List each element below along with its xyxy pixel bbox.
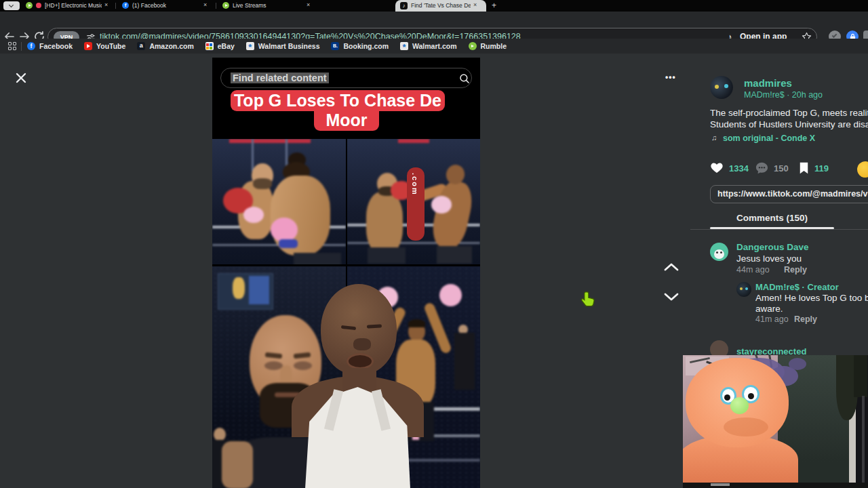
close-icon[interactable] (15, 72, 27, 84)
art-shape (366, 192, 403, 254)
facebook-favicon: f (122, 2, 129, 9)
like-button[interactable]: 1334 (711, 162, 741, 176)
art-shape (264, 361, 283, 370)
art-shape (347, 353, 374, 369)
rumble-favicon (26, 2, 33, 9)
tab-bar: [HD+] Electronic Music Exp × f (1) Faceb… (0, 0, 868, 12)
puppet-nose (730, 397, 749, 414)
bookmark-label: Rumble (481, 42, 507, 50)
tab-divider (115, 3, 116, 9)
bookmark-label: Amazon.com (149, 42, 193, 50)
comment-time: 41m ago (755, 314, 789, 324)
search-icon[interactable] (458, 73, 471, 85)
recording-dot-icon (36, 3, 41, 8)
video-description-line2: Students of Hustlers University are disa… (710, 119, 868, 129)
art-shape (279, 239, 298, 248)
commenter-avatar[interactable] (736, 282, 751, 297)
author-meta: MADm!re$ · 20h ago (744, 90, 823, 100)
art-shape (229, 139, 311, 143)
bookmark-amazon[interactable]: aAmazon.com (137, 42, 193, 50)
bookmark-facebook[interactable]: fFacebook (27, 42, 73, 50)
reply-button[interactable]: Reply (794, 314, 817, 324)
bookmark-label: Walmart.com (412, 42, 457, 50)
walmart-spark-icon: * (400, 42, 408, 50)
video-caption-line2: Moor (314, 110, 379, 131)
comment-text: Jesus loves you (736, 253, 802, 264)
apps-grid-icon[interactable] (8, 42, 16, 50)
reaction-man-photo (288, 281, 424, 488)
coin-emoji-icon[interactable] (857, 161, 868, 178)
ebay-icon (205, 42, 214, 50)
art-shape (789, 358, 806, 370)
boxing-photo-top-right: .com (347, 139, 480, 264)
video-caption-line1: Top G Loses To Chase De (231, 90, 445, 111)
art-shape (854, 355, 867, 397)
art-shape (243, 207, 264, 223)
reply-button[interactable]: Reply (784, 265, 807, 274)
tabs-divider-line (690, 229, 868, 230)
art-shape (862, 396, 865, 488)
commenter-avatar[interactable] (710, 243, 728, 261)
tab-title: (1) Facebook (132, 2, 197, 9)
video-player[interactable]: Find related content Top G Loses To Chas… (212, 58, 480, 488)
search-placeholder: Find related content (231, 73, 329, 83)
bookmark-walmart[interactable]: *Walmart.com (400, 42, 457, 50)
bookmark-youtube[interactable]: YouTube (84, 42, 125, 50)
comment-bubble-icon (755, 162, 768, 174)
boxing-photo-top-left (212, 139, 346, 264)
tab-tiktok-active[interactable]: ♪ Find 'Tate Vs Chase DeMoo × (395, 0, 486, 12)
chevron-down-icon (9, 3, 14, 7)
previous-video-chevron-icon[interactable] (663, 261, 680, 273)
bookmark-rumble[interactable]: Rumble (469, 42, 507, 50)
art-shape (214, 428, 226, 441)
bookmark-label: eBay (218, 42, 235, 50)
tab-title: Find 'Tate Vs Chase DeMoo (411, 2, 471, 9)
author-avatar[interactable] (710, 76, 733, 99)
tab-close-icon[interactable]: × (473, 1, 477, 8)
bookmark-label: Facebook (39, 42, 73, 50)
more-options-button[interactable]: ••• (665, 73, 676, 82)
author-username[interactable]: madmires (744, 77, 792, 89)
tab-search-button[interactable] (3, 1, 20, 10)
sound-link[interactable]: som original - Conde X (723, 134, 815, 143)
bookmark-label: Booking.com (343, 42, 389, 50)
commenter-name[interactable]: Dangerous Dave (736, 242, 809, 252)
youtube-icon (84, 42, 92, 50)
art-shape (271, 218, 298, 242)
amazon-icon: a (137, 42, 145, 50)
new-tab-button[interactable]: + (492, 1, 496, 10)
tab-title: Live Streams (233, 2, 300, 9)
art-shape (431, 196, 452, 214)
save-count: 119 (814, 163, 829, 174)
tab-close-icon[interactable]: × (203, 1, 207, 8)
tab-close-icon[interactable]: × (104, 1, 108, 8)
bookmark-ebay[interactable]: eBay (205, 42, 235, 50)
art-shape (222, 441, 253, 488)
bookmark-booking[interactable]: B.Booking.com (331, 42, 389, 50)
music-note-icon: ♫ (711, 134, 717, 142)
bookmark-walmart-business[interactable]: *Walmart Business (246, 42, 320, 50)
rumble-icon (469, 42, 477, 50)
share-url-text: https://www.tiktok.com/@madmires/video/7… (717, 186, 868, 202)
bookmark-label: YouTube (96, 42, 125, 50)
heart-icon (711, 162, 723, 174)
related-search-field[interactable]: Find related content (220, 68, 472, 88)
art-shape (252, 139, 254, 171)
bookmark-icon (799, 162, 809, 174)
next-video-chevron-icon[interactable] (663, 291, 680, 303)
save-button[interactable]: 119 (799, 162, 829, 176)
comment-button[interactable]: 150 (755, 162, 788, 176)
webcam-overlay (683, 355, 868, 488)
comment-text-line1: Amen! He loves Top G too but, I d (755, 293, 868, 303)
toolbar: VPN tiktok.com/@madmires/video/758610933… (0, 12, 868, 39)
ring-corner-pad: .com (407, 167, 425, 241)
tab-comments[interactable]: Comments (150) (710, 213, 834, 223)
art-shape (253, 178, 272, 189)
booking-icon: B. (331, 42, 339, 50)
commenter-name[interactable]: MADm!re$ · Creator (755, 282, 839, 292)
tab-close-icon[interactable]: × (307, 1, 310, 8)
sponsor-text: .com (411, 173, 419, 196)
share-url-box[interactable]: https://www.tiktok.com/@madmires/video/7… (710, 185, 868, 203)
facebook-icon: f (27, 42, 35, 50)
video-description-line1: The self-proclaimed Top G, meets reality (710, 108, 868, 118)
